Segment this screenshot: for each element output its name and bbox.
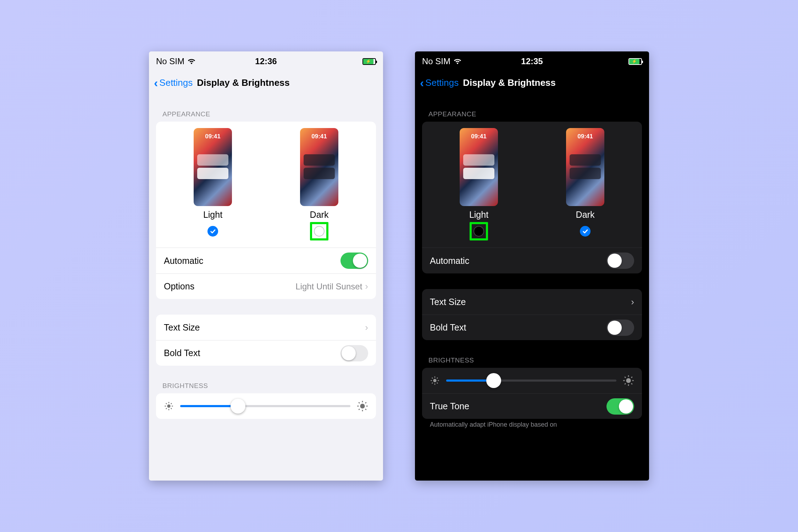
appearance-section-label: APPEARANCE: [428, 110, 636, 118]
true-tone-label: True Tone: [430, 401, 469, 411]
automatic-label: Automatic: [164, 256, 203, 266]
appearance-card: 09:41 Light 09:41 Dark: [422, 122, 642, 273]
dark-label: Dark: [576, 210, 595, 220]
svg-line-33: [631, 383, 632, 384]
svg-line-17: [365, 402, 366, 403]
brightness-card: [156, 393, 376, 419]
chevron-right-icon: ›: [365, 281, 368, 292]
svg-line-32: [625, 377, 626, 378]
light-label: Light: [469, 210, 488, 220]
text-card: Text Size › Bold Text: [156, 315, 376, 366]
automatic-toggle[interactable]: [340, 253, 368, 269]
text-size-row[interactable]: Text Size ›: [156, 315, 376, 340]
svg-line-26: [437, 378, 438, 378]
automatic-toggle[interactable]: [606, 253, 634, 269]
svg-line-8: [171, 403, 172, 404]
options-label: Options: [164, 281, 194, 292]
svg-point-9: [360, 404, 365, 408]
status-time: 12:35: [495, 56, 569, 66]
nav-header: ‹ Settings Display & Brightness: [415, 71, 649, 94]
automatic-row: Automatic: [422, 248, 642, 273]
svg-line-16: [359, 409, 360, 410]
light-preview: 09:41: [460, 128, 498, 206]
svg-line-25: [432, 383, 433, 383]
sun-large-icon: [623, 375, 634, 386]
sun-large-icon: [357, 400, 368, 412]
true-tone-toggle[interactable]: [606, 398, 634, 415]
light-label: Light: [203, 210, 222, 220]
svg-line-34: [625, 383, 626, 384]
brightness-slider[interactable]: [446, 379, 616, 382]
appearance-option-light[interactable]: 09:41 Light: [194, 128, 232, 239]
true-tone-row: True Tone: [422, 393, 642, 419]
phone-light-mode: No SIM 12:36 ⚡ ‹ Settings Display & Brig…: [149, 51, 383, 481]
brightness-card: True Tone: [422, 368, 642, 419]
svg-line-14: [359, 402, 360, 403]
svg-line-23: [432, 378, 433, 378]
svg-line-35: [631, 377, 632, 378]
dark-radio[interactable]: [580, 226, 591, 237]
svg-point-27: [626, 378, 631, 383]
wifi-icon: [453, 56, 462, 67]
battery-icon: ⚡: [628, 58, 642, 65]
bold-text-toggle[interactable]: [340, 345, 368, 361]
svg-point-18: [433, 379, 436, 382]
svg-line-24: [437, 383, 438, 383]
wifi-icon: [187, 56, 196, 67]
svg-point-0: [167, 404, 170, 408]
appearance-option-dark[interactable]: 09:41 Dark: [300, 128, 338, 239]
appearance-option-dark[interactable]: 09:41 Dark: [566, 128, 604, 239]
chevron-right-icon: ›: [631, 297, 634, 307]
back-label: Settings: [425, 77, 459, 88]
battery-icon: ⚡: [362, 58, 376, 65]
automatic-label: Automatic: [430, 256, 469, 266]
light-radio[interactable]: [207, 226, 218, 237]
carrier-label: No SIM: [156, 56, 184, 66]
bold-text-label: Bold Text: [164, 348, 200, 358]
dark-label: Dark: [310, 210, 329, 220]
status-bar: No SIM 12:35 ⚡: [415, 51, 649, 71]
phone-dark-mode: No SIM 12:35 ⚡ ‹ Settings Display & Brig…: [415, 51, 649, 481]
back-button[interactable]: ‹ Settings: [154, 77, 193, 89]
text-size-row[interactable]: Text Size ›: [422, 289, 642, 315]
svg-line-7: [166, 408, 167, 409]
svg-line-6: [171, 408, 172, 409]
chevron-left-icon: ‹: [154, 77, 158, 89]
light-preview: 09:41: [194, 128, 232, 206]
chevron-left-icon: ‹: [420, 77, 424, 89]
sun-small-icon: [164, 401, 174, 411]
bold-text-label: Bold Text: [430, 322, 466, 333]
options-row[interactable]: Options Light Until Sunset ›: [156, 273, 376, 299]
text-size-label: Text Size: [430, 297, 466, 307]
brightness-section-label: BRIGHTNESS: [162, 382, 370, 390]
back-label: Settings: [159, 77, 193, 88]
text-card: Text Size › Bold Text: [422, 289, 642, 340]
true-tone-footer: Automatically adapt iPhone display based…: [422, 419, 642, 428]
svg-line-5: [166, 403, 167, 404]
dark-preview: 09:41: [566, 128, 604, 206]
status-time: 12:36: [229, 56, 303, 66]
automatic-row: Automatic: [156, 248, 376, 273]
text-size-label: Text Size: [164, 322, 200, 333]
status-bar: No SIM 12:36 ⚡: [149, 51, 383, 71]
dark-preview: 09:41: [300, 128, 338, 206]
svg-line-15: [365, 409, 366, 410]
bold-text-row: Bold Text: [422, 315, 642, 340]
brightness-slider[interactable]: [180, 405, 350, 407]
bold-text-row: Bold Text: [156, 340, 376, 366]
appearance-card: 09:41 Light 09:41 Dark: [156, 122, 376, 299]
sun-small-icon: [430, 376, 440, 386]
options-value: Light Until Sunset: [295, 282, 362, 292]
page-title: Display & Brightness: [463, 77, 556, 88]
highlight-box: [310, 222, 328, 240]
back-button[interactable]: ‹ Settings: [420, 77, 459, 89]
carrier-label: No SIM: [422, 56, 450, 66]
chevron-right-icon: ›: [365, 322, 368, 333]
appearance-section-label: APPEARANCE: [162, 110, 370, 118]
brightness-section-label: BRIGHTNESS: [428, 356, 636, 364]
appearance-option-light[interactable]: 09:41 Light: [460, 128, 498, 239]
page-title: Display & Brightness: [197, 77, 290, 88]
highlight-box: [470, 222, 488, 240]
nav-header: ‹ Settings Display & Brightness: [149, 71, 383, 94]
bold-text-toggle[interactable]: [606, 320, 634, 336]
